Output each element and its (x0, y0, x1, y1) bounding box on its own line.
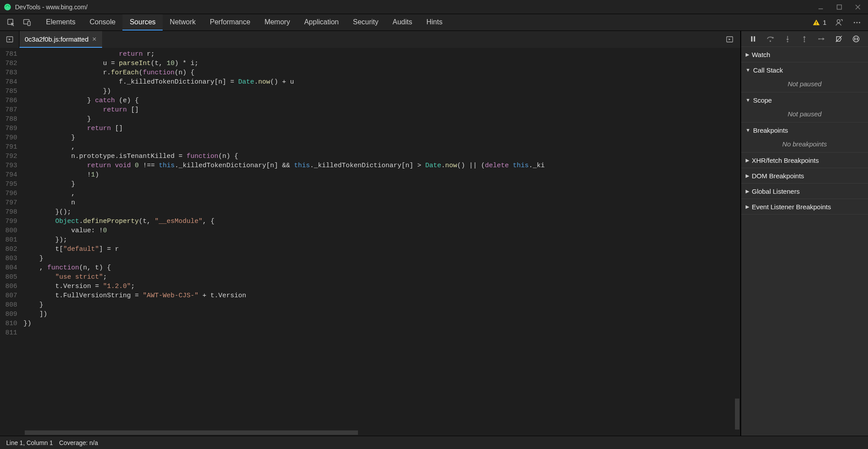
panel-header[interactable]: ▶DOM Breakpoints (741, 168, 868, 183)
svg-point-25 (804, 41, 805, 42)
warning-indicator[interactable]: 1 (812, 19, 826, 27)
svg-rect-2 (837, 5, 841, 9)
main-tab-network[interactable]: Network (163, 14, 203, 31)
chevron-right-icon: ▶ (746, 188, 749, 194)
main-tab-performance[interactable]: Performance (203, 14, 258, 31)
panel-message: Not paused (741, 77, 868, 92)
svg-marker-22 (786, 39, 789, 41)
svg-point-13 (859, 22, 860, 23)
line-gutter: 7817827837847857867877887897907917927937… (0, 48, 21, 436)
file-tab[interactable]: 0c3a2f0b.js:formatted ✕ (19, 31, 102, 48)
code-content[interactable]: return r; u = parseInt(t, 10) * i; r.for… (21, 48, 740, 436)
main-tab-sources[interactable]: Sources (122, 14, 163, 31)
svg-point-21 (769, 40, 771, 42)
step-into-button[interactable] (783, 35, 792, 43)
panel-section: ▶Event Listener Breakpoints (741, 199, 868, 215)
main-tab-hints[interactable]: Hints (419, 14, 449, 31)
svg-marker-17 (729, 38, 731, 41)
horizontal-scrollbar-thumb[interactable] (25, 430, 358, 435)
close-button[interactable] (854, 3, 862, 11)
chevron-right-icon: ▶ (746, 204, 749, 210)
titlebar: DevTools - www.bing.com/ (0, 0, 868, 14)
main-tab-elements[interactable]: Elements (39, 14, 83, 31)
panel-label: Global Listeners (752, 188, 799, 195)
file-tabs-bar: 0c3a2f0b.js:formatted ✕ (0, 31, 740, 48)
panel-label: XHR/fetch Breakpoints (752, 157, 819, 164)
panel-header[interactable]: ▼Breakpoints (741, 123, 868, 138)
step-out-button[interactable] (799, 35, 809, 43)
debugger-toggle-button[interactable] (723, 35, 736, 43)
panel-header[interactable]: ▶Watch (741, 47, 868, 62)
panel-section: ▶Global Listeners (741, 184, 868, 199)
sources-pane: 0c3a2f0b.js:formatted ✕ 7817827837847857… (0, 31, 741, 436)
close-icon[interactable]: ✕ (92, 36, 97, 42)
pause-on-exceptions-button[interactable] (851, 35, 861, 43)
chevron-right-icon: ▶ (746, 157, 749, 163)
svg-point-10 (837, 19, 840, 23)
panel-section: ▼Call StackNot paused (741, 62, 868, 92)
svg-rect-8 (816, 21, 817, 23)
panel-section: ▼ScopeNot paused (741, 92, 868, 123)
panel-header[interactable]: ▶XHR/fetch Breakpoints (741, 153, 868, 168)
more-icon[interactable] (852, 18, 862, 27)
svg-rect-31 (857, 38, 857, 40)
vertical-scrollbar-thumb[interactable] (735, 399, 739, 430)
chevron-right-icon: ▶ (746, 52, 749, 58)
panel-label: Call Stack (753, 66, 783, 74)
svg-rect-7 (28, 21, 30, 25)
status-coverage[interactable]: Coverage: n/a (59, 439, 98, 446)
svg-rect-9 (816, 24, 817, 25)
panel-header[interactable]: ▶Event Listener Breakpoints (741, 199, 868, 214)
pause-button[interactable] (748, 35, 758, 43)
svg-marker-24 (803, 36, 806, 38)
device-toggle-icon[interactable] (22, 18, 32, 27)
chevron-down-icon: ▼ (746, 97, 750, 103)
debugger-controls (741, 31, 868, 47)
svg-rect-19 (754, 36, 755, 42)
chevron-down-icon: ▼ (746, 67, 750, 73)
panel-label: Event Listener Breakpoints (752, 203, 831, 211)
panel-message: No breakpoints (741, 138, 868, 152)
panel-section: ▶XHR/fetch Breakpoints (741, 153, 868, 168)
main-tabs: ElementsConsoleSourcesNetworkPerformance… (39, 14, 449, 31)
step-over-button[interactable] (765, 35, 775, 43)
panel-message: Not paused (741, 107, 868, 122)
status-bar: Line 1, Column 1 Coverage: n/a (0, 436, 868, 449)
main-tab-audits[interactable]: Audits (385, 14, 419, 31)
panel-header[interactable]: ▶Global Listeners (741, 184, 868, 199)
window-title: DevTools - www.bing.com/ (15, 4, 88, 11)
svg-rect-18 (751, 36, 753, 42)
panel-section: ▶DOM Breakpoints (741, 168, 868, 184)
svg-point-29 (853, 36, 859, 42)
panel-header[interactable]: ▼Call Stack (741, 62, 868, 77)
feedback-icon[interactable] (834, 18, 844, 27)
panel-section: ▼BreakpointsNo breakpoints (741, 123, 868, 153)
panel-label: Scope (753, 96, 772, 104)
devtools-icon (4, 3, 11, 11)
element-picker-icon[interactable] (6, 18, 16, 27)
panel-label: DOM Breakpoints (752, 172, 804, 180)
file-tab-label: 0c3a2f0b.js:formatted (25, 35, 88, 43)
svg-point-23 (787, 41, 788, 42)
svg-point-12 (857, 22, 858, 23)
chevron-right-icon: ▶ (746, 173, 749, 179)
svg-point-0 (4, 4, 11, 10)
navigator-toggle-button[interactable] (0, 31, 19, 48)
main-tab-application[interactable]: Application (297, 14, 346, 31)
step-button[interactable] (817, 35, 826, 43)
main-tab-memory[interactable]: Memory (257, 14, 297, 31)
panel-section: ▶Watch (741, 47, 868, 62)
main-tab-console[interactable]: Console (83, 14, 123, 31)
chevron-down-icon: ▼ (746, 127, 750, 133)
svg-marker-26 (822, 38, 825, 40)
panel-header[interactable]: ▼Scope (741, 92, 868, 107)
maximize-button[interactable] (835, 3, 843, 11)
minimize-button[interactable] (817, 3, 825, 11)
status-line-col[interactable]: Line 1, Column 1 (6, 439, 53, 446)
debugger-sidebar: ▶Watch▼Call StackNot paused▼ScopeNot pau… (741, 31, 868, 436)
deactivate-breakpoints-button[interactable] (834, 35, 844, 43)
panel-label: Watch (752, 51, 770, 58)
main-tab-security[interactable]: Security (346, 14, 385, 31)
code-editor[interactable]: 7817827837847857867877887897907917927937… (0, 48, 740, 436)
svg-point-11 (854, 22, 855, 23)
